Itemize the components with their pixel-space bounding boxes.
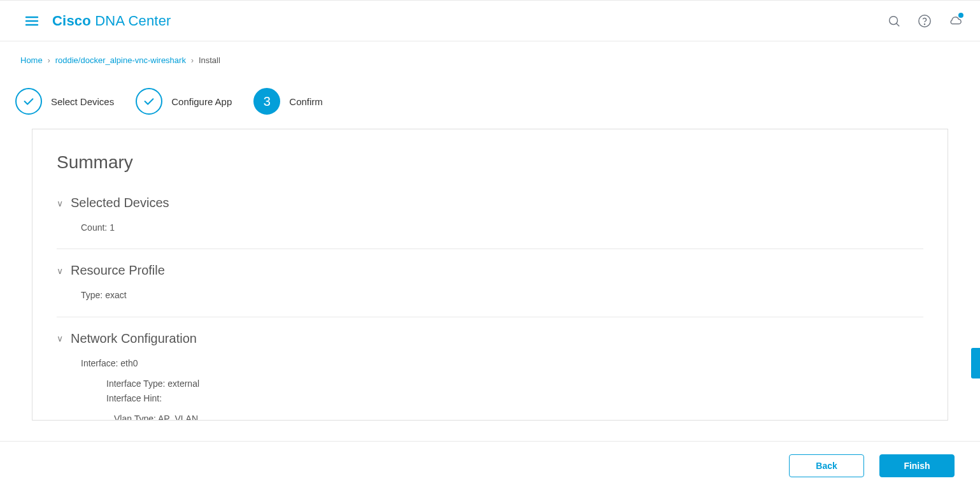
- section-toggle-network-config[interactable]: ∨ Network Configuration: [57, 331, 923, 346]
- help-icon[interactable]: [918, 14, 932, 28]
- chevron-down-icon: ∨: [57, 266, 63, 276]
- finish-button[interactable]: Finish: [879, 454, 955, 477]
- network-interface: Interface: eth0: [81, 356, 923, 370]
- section-heading: Network Configuration: [71, 331, 197, 346]
- summary-panel[interactable]: Summary ∨ Selected Devices Count: 1 ∨ Re…: [32, 129, 948, 421]
- check-icon: [15, 88, 42, 115]
- step-confirm[interactable]: 3 Confirm: [253, 88, 323, 115]
- svg-point-5: [919, 15, 930, 26]
- brand-bold: Cisco: [52, 13, 91, 29]
- step-select-devices[interactable]: Select Devices: [15, 88, 114, 115]
- network-interface-type: Interface Type: external: [106, 377, 923, 391]
- section-heading: Selected Devices: [71, 196, 169, 210]
- breadcrumb: Home › roddie/docker_alpine-vnc-wireshar…: [0, 41, 980, 70]
- menu-icon[interactable]: [24, 13, 39, 29]
- step-label: Select Devices: [51, 96, 114, 107]
- step-number: 3: [253, 88, 280, 115]
- chevron-down-icon: ∨: [57, 198, 63, 208]
- network-vlan-type: Vlan Type: AP_VLAN: [114, 412, 923, 421]
- selected-devices-count: Count: 1: [81, 220, 923, 234]
- cloud-icon[interactable]: [948, 14, 962, 28]
- section-resource-profile: ∨ Resource Profile Type: exact: [57, 263, 923, 317]
- wizard-stepper: Select Devices Configure App 3 Confirm: [0, 70, 980, 129]
- section-heading: Resource Profile: [71, 263, 165, 278]
- chevron-right-icon: ›: [48, 56, 50, 65]
- section-toggle-selected-devices[interactable]: ∨ Selected Devices: [57, 196, 923, 210]
- search-icon[interactable]: [887, 14, 901, 28]
- breadcrumb-app[interactable]: roddie/docker_alpine-vnc-wireshark: [55, 55, 186, 65]
- page-title: Summary: [57, 152, 923, 173]
- notification-dot: [958, 13, 963, 18]
- step-configure-app[interactable]: Configure App: [136, 88, 232, 115]
- chevron-right-icon: ›: [191, 56, 194, 65]
- brand-title: Cisco DNA Center: [52, 13, 171, 29]
- network-interface-hint: Interface Hint:: [106, 391, 923, 405]
- section-selected-devices: ∨ Selected Devices Count: 1: [57, 196, 923, 249]
- step-label: Confirm: [289, 96, 323, 107]
- section-toggle-resource-profile[interactable]: ∨ Resource Profile: [57, 263, 923, 278]
- breadcrumb-current: Install: [199, 55, 220, 65]
- brand-rest: DNA Center: [91, 13, 171, 29]
- svg-point-3: [890, 16, 898, 24]
- check-icon: [136, 88, 162, 115]
- back-button[interactable]: Back: [789, 454, 864, 477]
- side-handle[interactable]: [971, 348, 980, 378]
- breadcrumb-home[interactable]: Home: [20, 55, 43, 65]
- step-label: Configure App: [171, 96, 232, 107]
- resource-profile-type: Type: exact: [81, 288, 923, 302]
- svg-line-4: [897, 23, 900, 26]
- app-header: Cisco DNA Center: [0, 1, 980, 41]
- chevron-down-icon: ∨: [57, 333, 63, 343]
- section-network-config: ∨ Network Configuration Interface: eth0 …: [57, 331, 923, 421]
- svg-point-6: [924, 24, 925, 24]
- footer-bar: Back Finish: [0, 441, 980, 490]
